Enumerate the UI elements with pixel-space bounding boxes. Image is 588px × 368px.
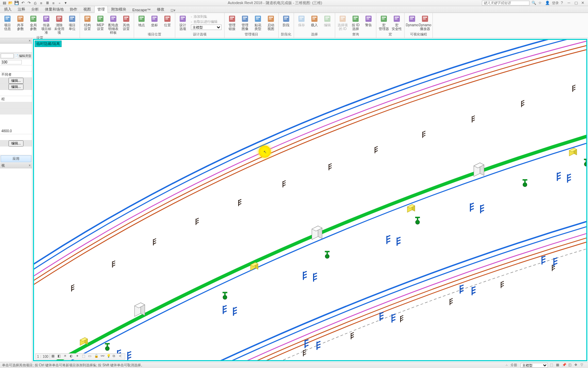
sun-path-icon[interactable]: ☀ (64, 354, 68, 359)
help-search-input[interactable] (482, 1, 529, 5)
edit-type-label[interactable]: 编辑类型 (19, 54, 31, 58)
tab-addins[interactable]: 附加模块 (109, 6, 129, 13)
prop-row-group1[interactable] (0, 102, 32, 108)
drag-elements-icon[interactable]: ✥ (574, 363, 579, 368)
ribbon-expand-icon[interactable]: ⊡▾ (170, 8, 176, 13)
ribbon-btn-0-3[interactable]: 传递项目标准 (40, 14, 52, 35)
select-underlay-icon[interactable]: ▦ (556, 363, 561, 368)
help-icon[interactable]: ? (561, 1, 566, 5)
app-menu-icon[interactable]: ▤ (2, 1, 7, 5)
ribbon-btn-1-2[interactable]: 配电盘明细表样板 (107, 14, 119, 35)
ribbon-btn-4-0[interactable]: 管理链接 (226, 14, 238, 31)
prop-row-generic2[interactable] (0, 90, 32, 96)
open-icon[interactable]: 📂 (8, 1, 13, 5)
ribbon-btn-0-2[interactable]: 全局参数 (27, 14, 39, 31)
unlock-3d-icon[interactable]: 🔓 (94, 354, 99, 359)
align-icon[interactable]: ≣ (45, 1, 50, 5)
temp-hide-icon[interactable]: 👓 (100, 354, 105, 359)
rendering-icon[interactable]: ✦ (76, 354, 81, 359)
ribbon-btn-0-4[interactable]: 清除未使用项 (53, 14, 65, 35)
thin-lines-icon[interactable]: ≡ (51, 1, 56, 5)
scale-label-2[interactable]: 100 (43, 355, 48, 358)
3d-view-canvas[interactable] (34, 40, 586, 360)
redo-icon[interactable]: ↷ (27, 1, 31, 5)
worksharing-icon[interactable]: ⧉ (113, 354, 117, 359)
user-icon[interactable]: 👤 (545, 1, 550, 5)
edit-button-1[interactable]: 编辑... (9, 78, 23, 84)
status-editable-icon[interactable]: ▥ (514, 363, 519, 368)
select-links-icon[interactable]: ⬚ (550, 363, 555, 368)
prop-row-generic3[interactable] (0, 134, 32, 140)
visual-style-icon[interactable]: ◧ (58, 354, 62, 359)
detail-level-icon[interactable]: ▦ (51, 354, 56, 359)
tab-modify[interactable]: 修改 (154, 6, 167, 13)
scale-label-1[interactable]: 1 (37, 355, 39, 358)
type-selector-placeholder[interactable] (0, 44, 32, 52)
reveal-hidden-icon[interactable]: 💡 (107, 354, 111, 359)
search-icon[interactable]: 🔍 (532, 1, 536, 5)
ribbon-btn-1-1[interactable]: MEP设置 (94, 14, 107, 31)
status-workset-icon[interactable]: ⛬ (505, 363, 510, 368)
tab-insert[interactable]: 插入 (1, 6, 14, 13)
tab-annotate[interactable]: 注释 (15, 6, 28, 13)
ribbon-btn-7-2[interactable]: 警告 (362, 14, 375, 28)
crop-view-icon[interactable]: ⬚ (82, 354, 87, 359)
tab-collaborate[interactable]: 协作 (67, 6, 80, 13)
save-icon[interactable]: 💾 (14, 1, 19, 5)
ribbon-btn-2-0[interactable]: 地点 (135, 14, 148, 28)
edit-type-icon[interactable]: 📄 (14, 54, 18, 58)
scale-input[interactable] (1, 60, 22, 64)
ribbon-btn-5-0[interactable]: 阶段 (280, 14, 292, 28)
ribbon-btn-0-5[interactable]: 项目单位 (66, 14, 78, 31)
ribbon-btn-2-2[interactable]: 位置 (161, 14, 174, 28)
ribbon-btn-9-1[interactable]: Dynamo播放器 (419, 14, 431, 31)
ribbon-btn-0-1[interactable]: 共享参数 (14, 14, 27, 31)
properties-close-icon[interactable]: × (29, 39, 31, 43)
design-option-combo[interactable]: 主模型 (521, 363, 548, 368)
tab-view[interactable]: 视图 (81, 6, 94, 13)
apply-button[interactable]: 应用 (1, 155, 31, 162)
close-views-icon[interactable]: ▫ (57, 1, 62, 5)
ribbon-btn-6-1[interactable]: 载入 (308, 14, 321, 28)
login-link[interactable]: 登录 (552, 1, 559, 5)
select-pinned-icon[interactable]: 📌 (562, 363, 567, 368)
design-option-filter[interactable]: 主模型 (191, 25, 222, 30)
tab-enscape[interactable]: Enscape™ (130, 7, 153, 13)
ribbon-btn-1-0[interactable]: 结构设置 (81, 14, 94, 31)
ribbon-btn-8-0[interactable]: 宏管理器 (378, 14, 390, 31)
prop-row-group2[interactable] (0, 108, 32, 114)
close-icon[interactable]: ✕ (581, 1, 586, 5)
ribbon-btn-8-1[interactable]: 宏安全性 (391, 14, 403, 31)
switch-windows-icon[interactable]: ▾ (63, 1, 68, 5)
tab-analyze[interactable]: 分析 (29, 6, 42, 13)
analytical-icon[interactable]: ≺ (119, 354, 124, 359)
edit-button-2[interactable]: 编辑... (9, 84, 23, 90)
maximize-icon[interactable]: ▢ (574, 1, 579, 5)
ribbon-btn-4-2[interactable]: 贴花类型 (252, 14, 264, 31)
print-icon[interactable]: ⎙ (33, 1, 37, 5)
edit-button-3[interactable]: 编辑... (9, 140, 23, 147)
ribbon-btn-2-1[interactable]: 坐标 (148, 14, 161, 28)
filter-icon[interactable]: ▽ (581, 363, 585, 368)
type-selector-dropdown[interactable] (1, 53, 14, 58)
crop-region-icon[interactable]: ▭ (88, 354, 93, 359)
browser-close-icon[interactable]: × (29, 164, 31, 167)
measure-icon[interactable]: ≡ (39, 1, 44, 5)
undo-icon[interactable]: ↶ (20, 1, 25, 5)
ribbon-btn-0-0[interactable]: 项目信息 (1, 14, 14, 31)
select-face-icon[interactable]: ◫ (568, 363, 573, 368)
prop-row-generic1[interactable] (0, 65, 32, 72)
subscription-icon[interactable]: ☆ (538, 1, 543, 5)
ribbon-btn-4-1[interactable]: 管理图像 (239, 14, 251, 31)
tab-massing[interactable]: 体量和场地 (42, 6, 66, 13)
minimize-icon[interactable]: ─ (568, 1, 572, 5)
ribbon-btn-7-1[interactable]: 按 ID选择 (349, 14, 362, 31)
ribbon-btn-9-0[interactable]: Dynamo (406, 14, 418, 28)
tab-manage[interactable]: 管理 (94, 6, 108, 13)
ribbon-btn-4-3[interactable]: 启动视图 (265, 14, 277, 31)
temp-hide-isolate-tag[interactable]: 临时隐藏/隔离 (35, 41, 62, 47)
ribbon-btn-3-0[interactable]: 设计选项 (177, 14, 189, 31)
project-browser-body[interactable] (0, 168, 32, 362)
ribbon-btn-1-3[interactable]: 其他设置 (120, 14, 132, 31)
shadows-icon[interactable]: ◐ (70, 354, 75, 359)
